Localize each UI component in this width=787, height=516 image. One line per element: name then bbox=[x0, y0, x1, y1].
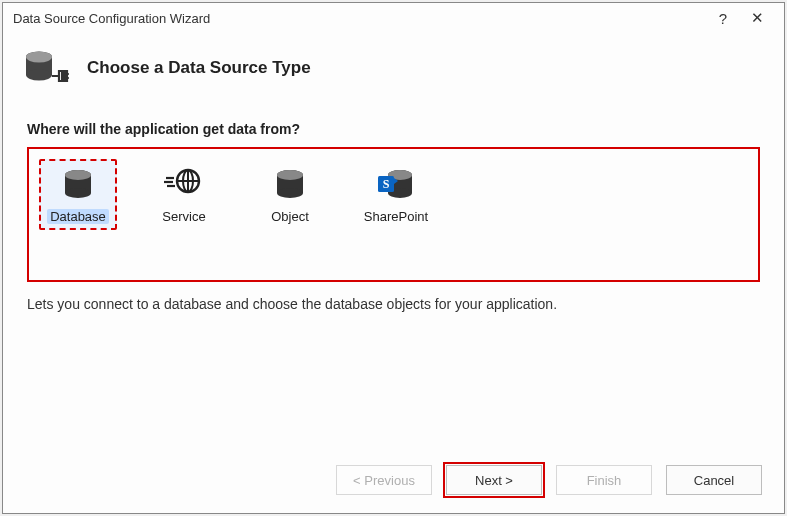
sharepoint-icon: S bbox=[376, 165, 416, 203]
option-object[interactable]: Object bbox=[251, 159, 329, 230]
footer-buttons: < Previous Next > Finish Cancel bbox=[3, 451, 784, 513]
svg-point-9 bbox=[65, 188, 91, 198]
object-icon bbox=[270, 165, 310, 203]
svg-point-21 bbox=[277, 170, 303, 180]
option-service[interactable]: Service bbox=[145, 159, 223, 230]
header-title: Choose a Data Source Type bbox=[87, 58, 311, 78]
svg-point-20 bbox=[277, 188, 303, 198]
previous-button[interactable]: < Previous bbox=[336, 465, 432, 495]
cancel-button[interactable]: Cancel bbox=[666, 465, 762, 495]
svg-rect-4 bbox=[61, 72, 66, 80]
wizard-window: Data Source Configuration Wizard ? ✕ Cho… bbox=[2, 2, 785, 514]
titlebar: Data Source Configuration Wizard ? ✕ bbox=[3, 3, 784, 33]
options-panel: Database Service bbox=[27, 147, 760, 282]
option-sharepoint[interactable]: S SharePoint bbox=[357, 159, 435, 230]
option-label: Object bbox=[271, 209, 309, 224]
database-icon bbox=[58, 165, 98, 203]
svg-text:S: S bbox=[383, 177, 390, 191]
wizard-header: Choose a Data Source Type bbox=[3, 33, 784, 111]
option-label: Database bbox=[47, 209, 109, 224]
service-icon bbox=[164, 165, 204, 203]
help-button[interactable]: ? bbox=[706, 10, 740, 27]
svg-point-2 bbox=[26, 70, 52, 81]
close-button[interactable]: ✕ bbox=[740, 9, 774, 27]
svg-point-10 bbox=[65, 170, 91, 180]
database-plug-icon bbox=[23, 47, 69, 89]
svg-point-3 bbox=[26, 52, 52, 63]
option-label: SharePoint bbox=[364, 209, 428, 224]
option-database[interactable]: Database bbox=[39, 159, 117, 230]
option-label: Service bbox=[162, 209, 205, 224]
content-area: Where will the application get data from… bbox=[3, 111, 784, 451]
finish-button[interactable]: Finish bbox=[556, 465, 652, 495]
prompt-label: Where will the application get data from… bbox=[27, 121, 760, 137]
description-text: Lets you connect to a database and choos… bbox=[27, 296, 760, 312]
window-title: Data Source Configuration Wizard bbox=[13, 11, 706, 26]
next-button[interactable]: Next > bbox=[446, 465, 542, 495]
